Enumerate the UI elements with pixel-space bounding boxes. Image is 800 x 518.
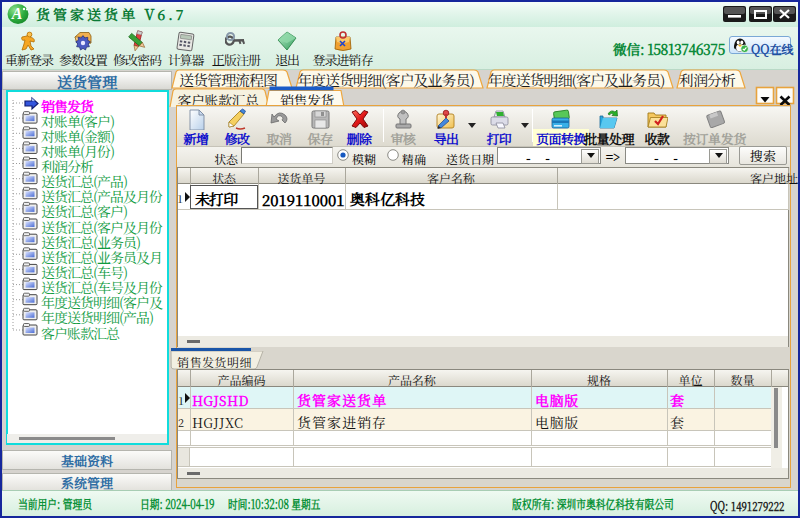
- svg-text:A: A: [11, 5, 23, 22]
